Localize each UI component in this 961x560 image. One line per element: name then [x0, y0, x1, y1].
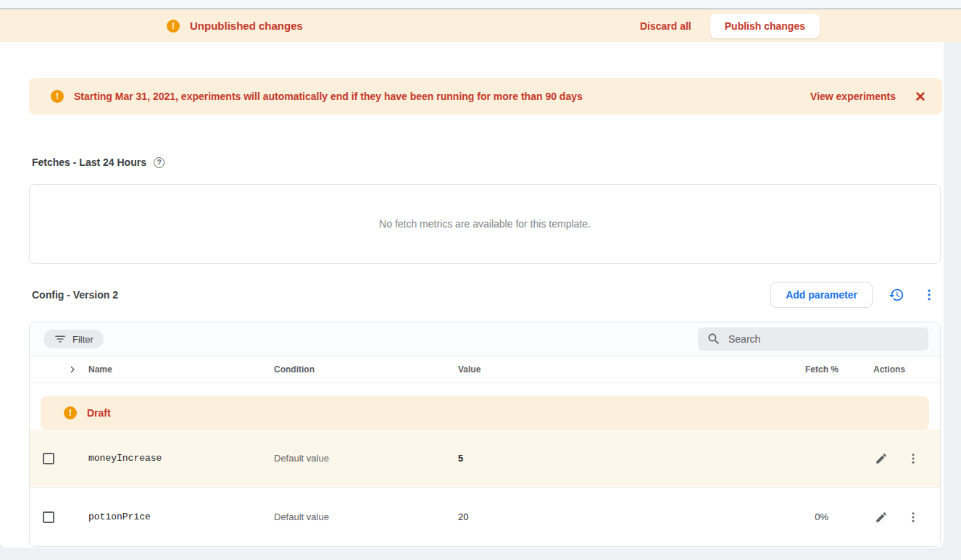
experiments-notice-text: Starting Mar 31, 2021, experiments will …: [74, 91, 583, 102]
kebab-menu-icon: [922, 288, 936, 302]
config-overflow-menu[interactable]: [920, 286, 938, 304]
search-input[interactable]: [728, 333, 920, 345]
row-checkbox[interactable]: [43, 453, 54, 464]
add-parameter-button[interactable]: Add parameter: [770, 282, 873, 308]
fetch-metrics-card: No fetch metrics are available for this …: [29, 184, 941, 264]
column-header-value: Value: [458, 364, 752, 375]
column-header-actions: Actions: [839, 364, 940, 375]
table-header-row: Name Condition Value Fetch % Actions: [30, 356, 940, 383]
unpublished-changes-label: Unpublished changes: [190, 20, 303, 32]
parameter-value: 5: [458, 453, 752, 464]
version-history-icon[interactable]: [887, 285, 906, 304]
empty-state-message: No fetch metrics are available for this …: [379, 218, 591, 230]
parameter-condition: Default value: [274, 511, 458, 522]
main-content: ! Starting Mar 31, 2021, experiments wil…: [0, 42, 944, 548]
parameter-value: 20: [458, 511, 752, 522]
row-overflow-menu[interactable]: [905, 509, 921, 525]
parameter-name: moneyIncrease: [88, 453, 274, 464]
filter-label: Filter: [72, 334, 93, 345]
config-header: Config - Version 2 Add parameter: [29, 280, 942, 310]
table-row: moneyIncrease Default value 5: [30, 430, 940, 488]
column-header-name: Name: [88, 364, 274, 375]
search-icon: [707, 332, 721, 346]
warning-icon: !: [64, 406, 77, 419]
edit-parameter-button[interactable]: [873, 509, 889, 525]
warning-icon: !: [167, 20, 180, 33]
history-icon: [889, 287, 904, 303]
column-header-fetch: Fetch %: [752, 364, 839, 375]
experiments-notice-banner: ! Starting Mar 31, 2021, experiments wil…: [29, 78, 942, 114]
row-overflow-menu[interactable]: [905, 451, 921, 467]
parameters-table-card: Filter Name Condition Value Fetch % Acti…: [29, 322, 941, 547]
parameter-fetch-percent: 0%: [752, 511, 839, 522]
fetches-section-title: Fetches - Last 24 Hours ?: [32, 156, 944, 168]
table-toolbar: Filter: [30, 322, 940, 356]
pencil-icon: [875, 452, 888, 465]
view-experiments-link[interactable]: View experiments: [810, 91, 896, 102]
filter-icon: [54, 333, 67, 346]
column-header-condition: Condition: [274, 364, 458, 375]
pencil-icon: [875, 511, 888, 524]
warning-icon: !: [51, 90, 64, 103]
close-icon[interactable]: ✕: [915, 90, 926, 104]
search-box[interactable]: [698, 327, 928, 351]
kebab-menu-icon: [907, 452, 920, 465]
parameter-condition: Default value: [274, 453, 458, 464]
browser-top-strip: [0, 0, 961, 9]
table-row: potionPrice Default value 20 0%: [30, 488, 940, 546]
config-version-title: Config - Version 2: [32, 289, 118, 301]
discard-all-button[interactable]: Discard all: [640, 20, 691, 32]
draft-section-banner: ! Draft: [41, 396, 929, 430]
expand-all-chevron-icon[interactable]: [66, 363, 88, 376]
unpublished-changes-banner: ! Unpublished changes Discard all Publis…: [0, 9, 961, 42]
help-icon[interactable]: ?: [154, 157, 165, 168]
edit-parameter-button[interactable]: [873, 451, 889, 467]
row-checkbox[interactable]: [43, 511, 54, 523]
filter-chip[interactable]: Filter: [43, 330, 104, 348]
fetches-title-label: Fetches - Last 24 Hours: [32, 156, 146, 168]
kebab-menu-icon: [907, 511, 920, 524]
publish-changes-button[interactable]: Publish changes: [710, 14, 820, 38]
parameter-name: potionPrice: [88, 511, 274, 522]
draft-label: Draft: [87, 407, 111, 419]
